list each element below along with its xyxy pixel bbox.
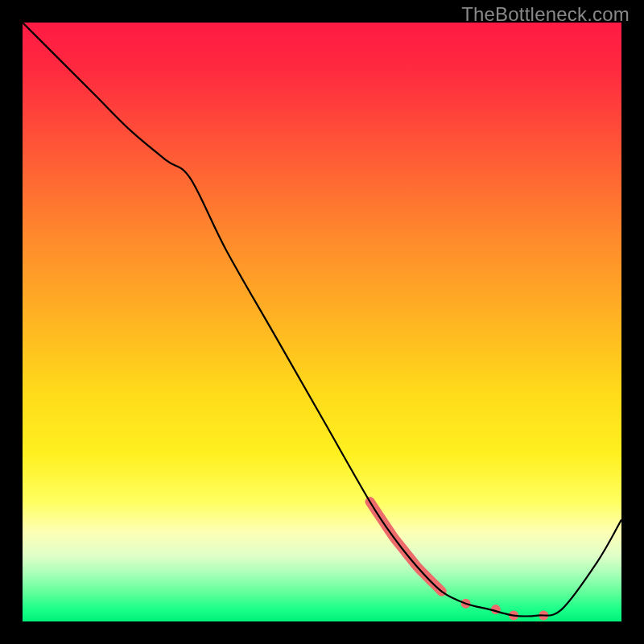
highlight-segment <box>370 502 442 592</box>
highlight-layer <box>370 502 549 620</box>
watermark-text: TheBottleneck.com <box>461 3 630 26</box>
chart-area <box>23 23 621 621</box>
chart-svg <box>23 23 621 621</box>
main-curve-path <box>23 23 621 616</box>
